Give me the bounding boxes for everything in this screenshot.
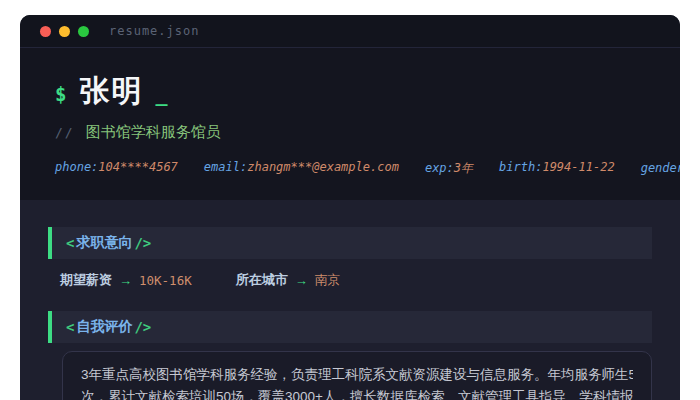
- meta-birth: birth:1994-11-22: [499, 160, 615, 177]
- section-header-self-evaluation: <自我评价/>: [48, 311, 652, 343]
- meta-gender: gender:女: [641, 160, 680, 177]
- bracket-close: />: [134, 235, 151, 251]
- resume-body: <求职意向/> 期望薪资 → 10K-16K 所在城市 → 南京 <自我评价/>…: [20, 200, 680, 400]
- comment-prefix: //: [55, 125, 75, 140]
- section-title-self-evaluation: 自我评价: [76, 318, 132, 336]
- contact-meta-row: phone:104****4567 email:zhangm***@exampl…: [55, 160, 645, 177]
- meta-experience: exp:3年: [425, 160, 473, 177]
- name-row: $ 张明 _: [55, 72, 645, 110]
- bracket-open: <: [66, 319, 74, 335]
- job-role-title: 图书馆学科服务馆员: [86, 123, 221, 142]
- role-row: // 图书馆学科服务馆员: [55, 123, 645, 142]
- minimize-button[interactable]: [59, 26, 70, 37]
- summary-line-1: 3年重点高校图书馆学科服务经验，负责理工科院系文献资源建设与信息服务。年均服务师…: [81, 364, 633, 386]
- section-title-job-intent: 求职意向: [76, 234, 132, 252]
- candidate-name: 张明: [79, 72, 143, 110]
- meta-email: email:zhangm***@example.com: [204, 160, 399, 177]
- hero-header: $ 张明 _ // 图书馆学科服务馆员 phone:104****4567 em…: [20, 48, 680, 200]
- section-header-job-intent: <求职意向/>: [48, 227, 652, 259]
- arrow-icon: →: [119, 273, 132, 288]
- close-button[interactable]: [40, 26, 51, 37]
- expected-salary: 期望薪资 → 10K-16K: [60, 271, 192, 289]
- arrow-icon: →: [295, 273, 308, 288]
- job-intent-row: 期望薪资 → 10K-16K 所在城市 → 南京: [48, 271, 652, 289]
- bracket-open: <: [66, 235, 74, 251]
- maximize-button[interactable]: [78, 26, 89, 37]
- meta-phone: phone:104****4567: [55, 160, 178, 177]
- terminal-prompt-symbol: $: [55, 83, 66, 105]
- resume-terminal-window: resume.json $ 张明 _ // 图书馆学科服务馆员 phone:10…: [20, 15, 680, 400]
- preferred-city: 所在城市 → 南京: [236, 271, 340, 289]
- window-titlebar: resume.json: [20, 15, 680, 48]
- terminal-cursor: _: [155, 82, 167, 106]
- bracket-close: />: [134, 319, 151, 335]
- self-evaluation-box: 3年重点高校图书馆学科服务经验，负责理工科院系文献资源建设与信息服务。年均服务师…: [62, 351, 652, 400]
- summary-line-2: 次，累计文献检索培训50场，覆盖3000+人，擅长数据库检索、文献管理工具指导、…: [81, 386, 633, 400]
- window-title: resume.json: [109, 24, 199, 38]
